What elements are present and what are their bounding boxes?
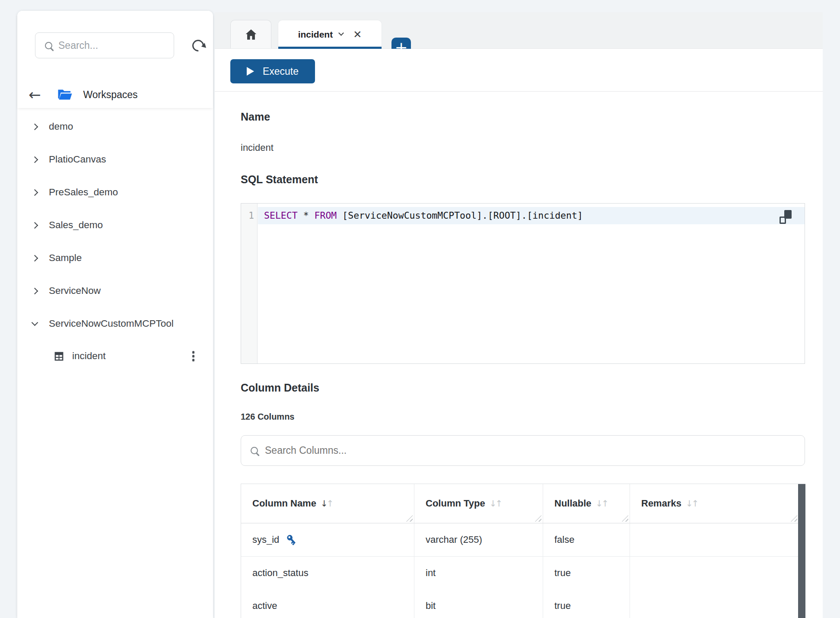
tab-bar: incident ✕ + [215,12,823,49]
sql-table-ref: [ServiceNowCustomMCPTool].[ROOT].[incide… [342,210,583,221]
columns-count: 126 Columns [241,412,294,422]
resize-handle[interactable] [535,515,541,522]
name-heading: Name [241,111,270,123]
copy-button[interactable] [780,210,792,224]
chevron-right-icon [32,222,38,229]
refresh-icon [190,37,206,54]
chevron-right-icon [32,287,38,294]
chevron-right-icon [32,189,38,196]
sort-icon[interactable]: ↓↑ [596,498,608,509]
sql-keyword: SELECT [264,210,298,221]
tab-home[interactable] [230,20,271,48]
sidebar-item-demo[interactable]: demo [17,110,213,143]
line-number: 1 [248,207,254,224]
column-details-heading: Column Details [241,382,319,394]
header-column-name[interactable]: Column Name ↓↑ [241,484,414,523]
kebab-menu-icon[interactable] [191,349,197,363]
resize-handle[interactable] [406,515,413,522]
sort-icon[interactable]: ↓↑ [686,498,698,509]
main-area: incident ✕ + Execute Name incident SQL S… [215,0,823,618]
cell-column-type: int [414,557,543,589]
resize-handle[interactable] [622,515,628,522]
cell-column-type: bit [414,589,543,618]
sql-star: * [303,210,309,221]
editor-gutter: 1 [241,204,258,363]
cell-column-name: active [241,589,414,618]
cell-nullable: true [543,589,630,618]
sidebar-item-sales-demo[interactable]: Sales_demo [17,209,213,242]
header-nullable[interactable]: Nullable ↓↑ [543,484,630,523]
sidebar: ← Workspaces demo PlatioCanvas PreSales_… [17,11,213,618]
folder-icon [57,89,72,101]
back-arrow-icon[interactable]: ← [29,87,41,102]
sql-editor[interactable]: 1 SELECT * FROM [ServiceNowCustomMCPTool… [241,203,805,364]
name-value: incident [241,142,274,153]
table-icon [54,351,64,362]
resize-handle[interactable] [791,515,797,522]
columns-table: Column Name ↓↑ Column Type ↓↑ Nullable ↓… [241,484,805,618]
search-input[interactable] [58,40,169,51]
sidebar-item-servicenow[interactable]: ServiceNow [17,274,213,307]
workspaces-label: Workspaces [83,89,138,101]
header-column-type[interactable]: Column Type ↓↑ [414,484,543,523]
sort-icon[interactable]: ↓↑ [490,498,502,509]
tab-label: incident [298,29,333,40]
cell-nullable: false [543,523,630,556]
workspace-label: demo [49,121,73,132]
refresh-button[interactable] [189,37,207,54]
column-search-input[interactable] [265,445,799,456]
workspace-label: ServiceNowCustomMCPTool [49,318,174,329]
chevron-right-icon [32,255,38,261]
tab-incident[interactable]: incident ✕ [278,20,382,48]
cell-remarks [630,589,799,618]
sort-icon[interactable]: ↓↑ [321,498,333,509]
home-icon [244,28,258,41]
sidebar-item-sample[interactable]: Sample [17,242,213,274]
workspace-label: Sample [49,252,82,264]
table-row[interactable]: active bit true [241,589,799,618]
execute-button[interactable]: Execute [230,59,315,83]
cell-column-name: sys_id [241,523,414,556]
table-scrollbar[interactable] [798,484,805,618]
cell-nullable: true [543,557,630,589]
table-row[interactable]: action_status int true [241,557,799,590]
play-icon [247,67,254,76]
sidebar-item-incident-table[interactable]: incident [17,340,213,373]
sidebar-item-presales-demo[interactable]: PreSales_demo [17,176,213,209]
chevron-right-icon [32,156,38,163]
chevron-right-icon [32,123,38,130]
cell-column-type: varchar (255) [414,523,543,556]
sql-code-line[interactable]: SELECT * FROM [ServiceNowCustomMCPTool].… [264,207,583,224]
table-header-row: Column Name ↓↑ Column Type ↓↑ Nullable ↓… [241,484,799,523]
search-icon [251,447,258,454]
header-remarks[interactable]: Remarks ↓↑ [630,484,799,523]
cell-column-name: action_status [241,557,414,589]
workspace-label: PlatioCanvas [49,154,106,165]
table-row[interactable]: sys_id varchar (255) false [241,523,799,557]
sidebar-item-platiocanvas[interactable]: PlatioCanvas [17,143,213,176]
cell-remarks [630,523,799,556]
chevron-down-icon [32,319,38,326]
column-search[interactable] [241,435,805,466]
workspace-label: Sales_demo [49,220,103,231]
cell-remarks [630,557,799,589]
sql-keyword: FROM [315,210,337,221]
execute-label: Execute [263,66,299,77]
workspace-label: ServiceNow [49,285,101,296]
workspaces-header: ← Workspaces [17,83,213,106]
toolbar: Execute [215,49,823,92]
close-icon[interactable]: ✕ [353,29,362,40]
sidebar-item-servicenowcustommcptool[interactable]: ServiceNowCustomMCPTool [17,307,213,340]
table-label: incident [72,350,106,362]
sidebar-search[interactable] [35,32,174,58]
detail-panel: Execute Name incident SQL Statement 1 SE… [215,49,823,618]
chevron-down-icon[interactable] [338,30,344,36]
primary-key-icon [286,534,298,546]
sql-heading: SQL Statement [241,173,318,186]
search-icon [45,42,52,49]
workspace-label: PreSales_demo [49,187,118,198]
workspace-tree: demo PlatioCanvas PreSales_demo Sales_de… [17,108,213,618]
sidebar-header: ← Workspaces [17,11,213,108]
